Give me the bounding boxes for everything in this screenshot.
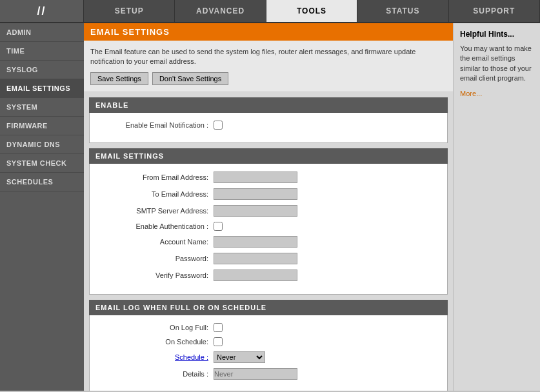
nav-tab-advanced[interactable]: ADVANCED — [175, 0, 266, 22]
dont-save-settings-button[interactable]: Don't Save Settings — [152, 72, 228, 85]
save-settings-button[interactable]: Save Settings — [90, 72, 148, 85]
enable-section-body: Enable Email Notification : — [89, 113, 448, 143]
account-name-label: Account Name: — [97, 238, 214, 246]
password-label: Password: — [97, 255, 214, 262]
enable-auth-row: Enable Authentication : — [97, 222, 439, 231]
hints-title: Helpful Hints... — [460, 30, 534, 39]
on-log-full-checkbox[interactable] — [214, 323, 223, 332]
from-email-row: From Email Address: — [97, 172, 439, 183]
right-panel: Helpful Hints... You may want to make th… — [453, 23, 540, 391]
sidebar-item-time[interactable]: TIME — [0, 42, 84, 61]
to-email-label: To Email Address: — [97, 190, 214, 198]
verify-password-label: Verify Password: — [97, 271, 214, 279]
enable-notification-checkbox[interactable] — [214, 121, 223, 130]
enable-auth-checkbox[interactable] — [214, 222, 223, 231]
sidebar-item-admin[interactable]: ADMIN — [0, 23, 84, 42]
password-input[interactable] — [214, 253, 297, 264]
account-name-row: Account Name: — [97, 236, 439, 248]
schedule-row: Schedule : Never — [97, 351, 439, 363]
smtp-server-row: SMTP Server Address: — [97, 205, 439, 217]
page-title-bar: EMAIL SETTINGS — [84, 23, 453, 41]
sidebar: ADMIN TIME SYSLOG EMAIL SETTINGS SYSTEM … — [0, 23, 84, 391]
log-section-header: EMAIL LOG WHEN FULL OR ON SCHEDULE — [89, 300, 448, 315]
enable-section-header: ENABLE — [89, 97, 448, 113]
verify-password-input[interactable] — [214, 270, 297, 281]
on-log-full-row: On Log Full: — [97, 323, 439, 332]
log-section-body: On Log Full: On Schedule: Schedule : Nev… — [89, 315, 448, 391]
info-box: The Email feature can be used to send th… — [84, 41, 453, 92]
schedule-link-label: Schedule : — [97, 353, 214, 361]
password-row: Password: — [97, 253, 439, 264]
logo-text: // — [37, 5, 46, 18]
enable-notification-label: Enable Email Notification : — [97, 121, 214, 129]
email-settings-section-header: EMAIL SETTINGS — [89, 148, 448, 164]
sidebar-item-schedules[interactable]: SCHEDULES — [0, 173, 84, 191]
nav-tab-status[interactable]: STATUS — [357, 0, 448, 22]
nav-tab-tools[interactable]: TOOLS — [266, 0, 357, 22]
details-label: Details : — [97, 370, 214, 378]
enable-notification-row: Enable Email Notification : — [97, 121, 439, 130]
email-settings-section-body: From Email Address: To Email Address: SM… — [89, 164, 448, 295]
to-email-input[interactable] — [214, 188, 297, 200]
sidebar-item-email-settings[interactable]: EMAIL SETTINGS — [0, 79, 84, 98]
email-settings-section-title: EMAIL SETTINGS — [95, 152, 164, 160]
from-email-input[interactable] — [214, 172, 297, 183]
verify-password-row: Verify Password: — [97, 270, 439, 281]
smtp-server-label: SMTP Server Address: — [97, 207, 214, 215]
log-section-title: EMAIL LOG WHEN FULL OR ON SCHEDULE — [95, 304, 266, 311]
sidebar-item-dynamic-dns[interactable]: DYNAMIC DNS — [0, 135, 84, 154]
on-log-full-label: On Log Full: — [97, 324, 214, 331]
hints-more-link[interactable]: More... — [460, 90, 482, 97]
on-schedule-row: On Schedule: — [97, 337, 439, 346]
schedule-select[interactable]: Never — [214, 351, 265, 363]
to-email-row: To Email Address: — [97, 188, 439, 200]
sidebar-item-syslog[interactable]: SYSLOG — [0, 61, 84, 79]
info-text: The Email feature can be used to send th… — [90, 47, 446, 67]
logo: // — [0, 0, 84, 22]
sidebar-item-system[interactable]: SYSTEM — [0, 98, 84, 117]
schedule-link[interactable]: Schedule : — [175, 353, 208, 361]
account-name-input[interactable] — [214, 236, 297, 248]
details-row: Details : — [97, 368, 439, 380]
details-input — [214, 368, 297, 380]
on-schedule-checkbox[interactable] — [214, 337, 223, 346]
hints-text: You may want to make the email settings … — [460, 44, 534, 84]
nav-tab-support[interactable]: SUPPORT — [449, 0, 540, 22]
button-row: Save Settings Don't Save Settings — [90, 72, 446, 85]
enable-auth-label: Enable Authentication : — [97, 222, 214, 230]
smtp-server-input[interactable] — [214, 205, 297, 217]
content-area: EMAIL SETTINGS The Email feature can be … — [84, 23, 453, 391]
page-title: EMAIL SETTINGS — [90, 27, 170, 37]
nav-tab-setup[interactable]: SETUP — [84, 0, 175, 22]
sidebar-item-firmware[interactable]: FIRMWARE — [0, 117, 84, 135]
sidebar-item-system-check[interactable]: SYSTEM CHECK — [0, 154, 84, 173]
from-email-label: From Email Address: — [97, 173, 214, 181]
nav-tabs: SETUP ADVANCED TOOLS STATUS SUPPORT — [84, 0, 540, 22]
enable-section-title: ENABLE — [95, 101, 128, 109]
on-schedule-label: On Schedule: — [97, 338, 214, 346]
